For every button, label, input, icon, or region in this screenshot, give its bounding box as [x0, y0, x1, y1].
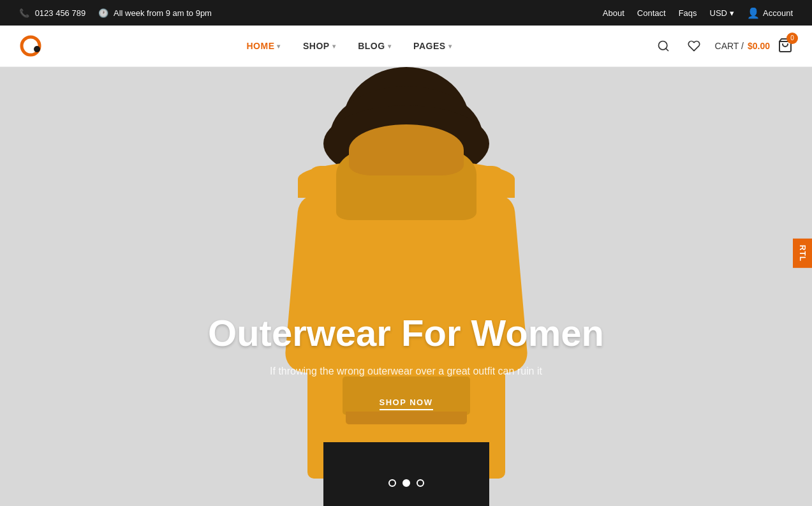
carousel-dot-2[interactable] — [402, 479, 410, 487]
svg-point-1 — [34, 46, 40, 52]
account-link[interactable]: 👤 Account — [747, 7, 793, 19]
phone-icon: 📞 — [19, 8, 29, 18]
carousel-dots — [0, 479, 812, 487]
main-navbar: HOME ▾ SHOP ▾ BLOG ▾ PAGES ▾ — [0, 26, 812, 67]
nav-item-pages[interactable]: PAGES ▾ — [413, 41, 452, 51]
pants-shape — [323, 442, 489, 506]
chevron-down-icon: ▾ — [388, 43, 392, 50]
cart-label: CART / — [715, 41, 744, 51]
chevron-down-icon: ▾ — [277, 43, 281, 50]
svg-line-3 — [665, 48, 668, 51]
carousel-dot-1[interactable] — [388, 479, 396, 487]
hero-section: Outerwear For Women If throwing the wron… — [0, 67, 812, 506]
faqs-link[interactable]: Faqs — [679, 8, 697, 18]
cart-count-badge: 0 — [786, 33, 798, 44]
nav-item-shop[interactable]: SHOP ▾ — [303, 41, 336, 51]
currency-selector[interactable]: USD ▾ — [710, 8, 734, 18]
logo[interactable] — [19, 33, 45, 59]
hero-content: Outerwear For Women If throwing the wron… — [0, 311, 812, 410]
rtl-button[interactable]: RTL — [793, 238, 812, 267]
nav-links: HOME ▾ SHOP ▾ BLOG ▾ PAGES ▾ — [246, 41, 452, 51]
nav-link-blog[interactable]: BLOG ▾ — [358, 41, 391, 51]
cart-price: $0.00 — [748, 41, 770, 51]
topbar: 📞 0123 456 789 🕐 All week from 9 am to 9… — [0, 0, 812, 26]
chevron-down-icon: ▾ — [730, 8, 734, 18]
hero-subtitle: If throwing the wrong outerwear over a g… — [0, 366, 812, 377]
hours-info: 🕐 All week from 9 am to 9pm — [98, 8, 212, 18]
search-icon[interactable] — [654, 36, 673, 56]
chevron-down-icon: ▾ — [448, 43, 452, 50]
hood-shape — [336, 144, 476, 220]
about-link[interactable]: About — [603, 8, 624, 18]
carousel-dot-3[interactable] — [417, 479, 424, 487]
phone-number: 0123 456 789 — [35, 8, 86, 18]
currency-label: USD — [710, 8, 727, 18]
hero-figure — [272, 67, 540, 506]
nav-link-shop[interactable]: SHOP ▾ — [303, 41, 336, 51]
nav-item-blog[interactable]: BLOG ▾ — [358, 41, 391, 51]
hours-text: All week from 9 am to 9pm — [114, 8, 212, 18]
chevron-down-icon: ▾ — [332, 43, 336, 50]
wishlist-icon[interactable] — [684, 36, 704, 56]
logo-svg — [19, 33, 45, 59]
nav-item-home[interactable]: HOME ▾ — [246, 41, 281, 51]
nav-icons: CART / $0.00 0 — [654, 36, 793, 56]
topbar-left: 📞 0123 456 789 🕐 All week from 9 am to 9… — [19, 8, 212, 18]
account-label: Account — [763, 8, 793, 18]
hero-title: Outerwear For Women — [0, 311, 812, 354]
contact-link[interactable]: Contact — [637, 8, 666, 18]
hero-cta-button[interactable]: SHOP NOW — [380, 398, 433, 410]
user-icon: 👤 — [747, 7, 760, 19]
phone-info: 📞 0123 456 789 — [19, 8, 85, 18]
clock-icon: 🕐 — [98, 8, 108, 18]
nav-link-pages[interactable]: PAGES ▾ — [413, 41, 452, 51]
nav-link-home[interactable]: HOME ▾ — [246, 41, 281, 51]
topbar-right: About Contact Faqs USD ▾ 👤 Account — [603, 7, 793, 19]
cart-button[interactable]: CART / $0.00 0 — [715, 38, 793, 55]
